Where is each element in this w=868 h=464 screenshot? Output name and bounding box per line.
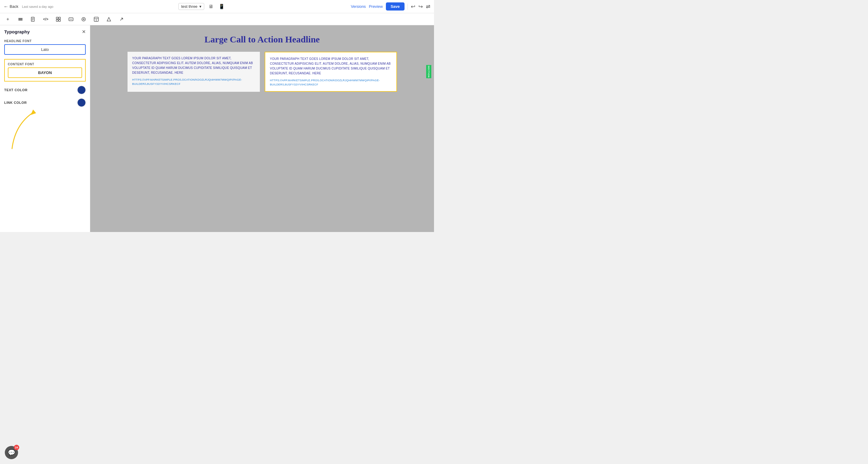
content-font-section: CONTENT FONT: [4, 59, 86, 82]
forms-icon[interactable]: [67, 15, 75, 24]
topbar-left: ← Back Last saved a day ago: [4, 4, 53, 9]
more-options-button[interactable]: ⇌: [426, 3, 430, 10]
text-color-row: TEXT COLOR: [4, 86, 86, 94]
media-icon[interactable]: [80, 15, 88, 24]
svg-rect-2: [18, 20, 23, 21]
svg-rect-7: [56, 17, 58, 19]
pages-icon[interactable]: [29, 15, 37, 24]
svg-rect-8: [59, 17, 60, 19]
main-area: Typography ✕ HEADLINE FONT CONTENT FONT …: [0, 25, 434, 232]
export-icon[interactable]: [117, 15, 126, 24]
text-block-right: YOUR PARAGRAPH TEXT GOES LOREM IPSUM DOL…: [265, 52, 397, 92]
components-icon[interactable]: [54, 15, 63, 24]
undo-button[interactable]: ↩: [411, 3, 415, 10]
desktop-view-icon[interactable]: 🖥: [207, 2, 215, 11]
content-row: YOUR PARAGRAPH TEXT GOES LOREM IPSUM DOL…: [97, 52, 428, 92]
topbar-right: Versions Preview Save ↩ ↪ ⇌: [351, 2, 431, 10]
redo-button[interactable]: ↪: [418, 3, 423, 10]
annotation-arrow: [6, 107, 42, 156]
panel-title: Typography: [4, 29, 30, 34]
link-color-row: LINK COLOR: [4, 98, 86, 107]
preview-button[interactable]: Preview: [369, 4, 382, 9]
link-color-swatch[interactable]: [77, 98, 86, 107]
topbar-center: test three ▾ 🖥 📱: [178, 2, 225, 11]
link-color-label: LINK COLOR: [4, 101, 27, 105]
svg-rect-0: [18, 18, 23, 19]
headline-font-label: HEADLINE FONT: [4, 39, 86, 43]
shape-icon[interactable]: [105, 15, 113, 24]
svg-point-13: [82, 18, 85, 21]
chevron-down-icon: ▾: [199, 4, 202, 9]
section-tag: SECTION: [426, 65, 431, 78]
text-block-left: YOUR PARAGRAPH TEXT GOES LOREM IPSUM DOL…: [127, 52, 260, 92]
add-icon[interactable]: +: [4, 15, 12, 24]
svg-marker-18: [31, 110, 36, 115]
headline-font-input[interactable]: [4, 44, 86, 55]
back-button[interactable]: ← Back: [4, 4, 18, 9]
layout-icon[interactable]: [92, 15, 100, 24]
svg-rect-10: [59, 20, 60, 21]
text-color-label: TEXT COLOR: [4, 88, 28, 92]
link-left[interactable]: HTTPS://APP.MARKETSIMPLE.PRO/LOCATION/KD…: [132, 78, 255, 86]
layers-icon[interactable]: [16, 15, 25, 24]
text-color-swatch[interactable]: [77, 86, 86, 94]
save-button[interactable]: Save: [386, 2, 405, 10]
svg-rect-1: [18, 19, 23, 20]
last-saved-text: Last saved a day ago: [22, 5, 54, 8]
paragraph-text-right: YOUR PARAGRAPH TEXT GOES LOREM IPSUM DOL…: [270, 57, 391, 75]
toolbar: + </>: [0, 13, 434, 25]
svg-rect-9: [56, 20, 58, 21]
link-right[interactable]: HTTPS://APP.MARKETSIMPLE.PRO/LOCATION/KD…: [270, 78, 392, 87]
back-arrow-icon: ←: [4, 4, 8, 9]
back-label: Back: [10, 4, 18, 9]
close-panel-button[interactable]: ✕: [82, 29, 86, 35]
paragraph-text-left: YOUR PARAGRAPH TEXT GOES LOREM IPSUM DOL…: [132, 57, 253, 74]
headline-font-section: HEADLINE FONT: [4, 39, 86, 55]
svg-point-14: [83, 19, 84, 20]
content-font-input[interactable]: [8, 67, 82, 78]
panel-header: Typography ✕: [4, 29, 86, 35]
canvas-area[interactable]: Large Call to Action Headline YOUR PARAG…: [90, 25, 434, 232]
mobile-view-icon[interactable]: 📱: [217, 2, 226, 11]
topbar: ← Back Last saved a day ago test three ▾…: [0, 0, 434, 13]
content-font-label: CONTENT FONT: [8, 63, 82, 66]
code-icon[interactable]: </>: [41, 15, 50, 24]
page-content: Large Call to Action Headline YOUR PARAG…: [90, 25, 434, 232]
left-panel: Typography ✕ HEADLINE FONT CONTENT FONT …: [0, 25, 90, 232]
divider: [407, 4, 408, 10]
page-name-label: test three: [181, 4, 197, 9]
versions-button[interactable]: Versions: [351, 4, 366, 9]
page-headline: Large Call to Action Headline: [205, 34, 320, 45]
page-name-dropdown[interactable]: test three ▾: [178, 3, 204, 10]
